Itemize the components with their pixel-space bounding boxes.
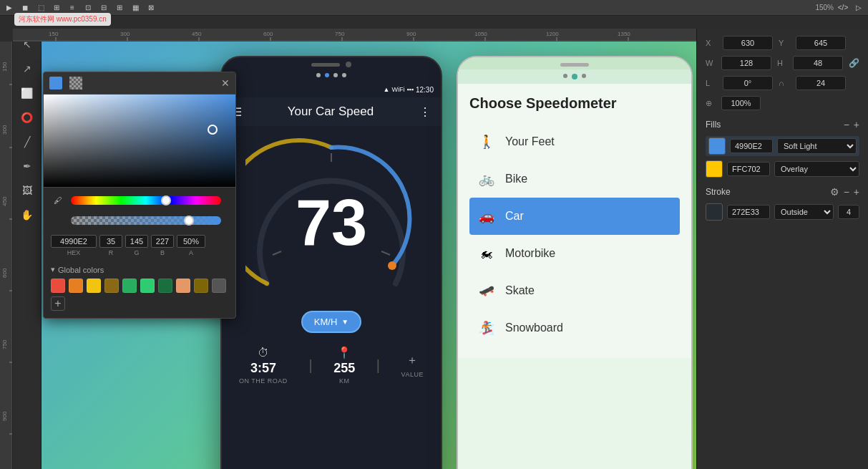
alpha-thumb[interactable] — [184, 216, 194, 226]
speedometer-item-feet[interactable]: 🚶 Your Feet — [469, 123, 680, 160]
svg-text:1350: 1350 — [618, 31, 630, 37]
stroke-color[interactable] — [706, 203, 723, 221]
toolbar-icon-8[interactable]: ⊞ — [113, 1, 126, 14]
stat-divider-1: | — [308, 357, 312, 374]
wifi-icon: WiFi — [391, 86, 404, 93]
fill-hex-1[interactable] — [730, 139, 773, 153]
rotation-input[interactable] — [723, 76, 773, 90]
more-options-icon[interactable]: ⋮ — [419, 105, 431, 119]
stroke-settings-button[interactable]: ⚙ — [830, 186, 839, 198]
phone-light-dot-3 — [582, 74, 586, 78]
speedometer: 73 — [245, 133, 417, 305]
color-square[interactable] — [49, 77, 62, 90]
g-label: G — [134, 249, 139, 256]
y-input[interactable] — [796, 36, 846, 50]
swatch-green-dark[interactable] — [122, 279, 137, 293]
fill-color-2[interactable] — [706, 160, 723, 178]
speedometer-item-car[interactable]: 🚗 Car — [469, 198, 680, 235]
code-icon[interactable]: </> — [837, 1, 849, 14]
speedometer-item-motorbike[interactable]: 🏍 Motorbike — [469, 235, 680, 272]
swatch-green[interactable] — [140, 279, 155, 293]
phone-time: 12:30 — [416, 86, 434, 94]
b-input[interactable] — [151, 235, 174, 248]
fill-mode-2[interactable]: Overlay Normal Multiply Soft Light Scree… — [774, 161, 859, 177]
toolbar-icon-10[interactable]: ⊠ — [145, 1, 157, 14]
toolbar-icon-6[interactable]: ⊡ — [82, 1, 94, 14]
xy-row: X Y — [706, 36, 859, 50]
color-gradient-picker[interactable] — [44, 95, 235, 188]
swatch-tan[interactable] — [176, 279, 190, 293]
toolbar-icon-1[interactable]: ▶ — [3, 1, 16, 14]
tool-direct-select[interactable]: ↗ — [17, 59, 37, 79]
speedometer-item-snowboard[interactable]: 🏂 Snowboard — [469, 309, 680, 347]
swatch-olive[interactable] — [194, 279, 208, 293]
eyedropper-icon[interactable]: 🖋 — [51, 193, 65, 208]
fill-mode-1[interactable]: Soft Light Normal Multiply Overlay Scree… — [777, 138, 857, 154]
plus-icon: ＋ — [406, 353, 418, 368]
tool-hand[interactable]: ✋ — [17, 205, 37, 225]
swatch-yellow[interactable] — [87, 279, 101, 293]
close-icon[interactable]: ✕ — [221, 77, 230, 89]
swatch-red[interactable] — [51, 279, 65, 293]
h-input[interactable] — [793, 56, 843, 70]
hex-input[interactable] — [51, 235, 97, 248]
x-input[interactable] — [723, 36, 773, 50]
stroke-mode-select[interactable]: Outside Inside Center — [774, 204, 834, 220]
speedometer-label-feet: Your Feet — [505, 135, 555, 148]
g-input[interactable] — [125, 235, 148, 248]
toolbar-icon-7[interactable]: ⊟ — [97, 1, 110, 14]
phone-light-nav-dots — [458, 69, 691, 84]
lock-aspect-icon[interactable]: 🔗 — [849, 58, 859, 68]
fills-add-button[interactable]: + — [854, 119, 859, 130]
stat-divider-2: | — [376, 357, 380, 374]
tool-rectangle[interactable]: ⬜ — [17, 83, 37, 103]
wh-row: W H 🔗 — [706, 56, 859, 70]
stroke-size-input[interactable] — [838, 205, 859, 219]
location-icon: 📍 — [337, 346, 351, 359]
stroke-minus-button[interactable]: − — [844, 186, 849, 198]
toolbar-icon-4[interactable]: ⊞ — [50, 1, 63, 14]
speedometer-item-bike[interactable]: 🚲 Bike — [469, 160, 680, 198]
stat-distance-label: KM — [339, 377, 350, 385]
tool-ellipse[interactable]: ⭕ — [17, 107, 37, 127]
svg-text:450: 450 — [192, 31, 202, 37]
tool-line[interactable]: ╱ — [17, 132, 37, 152]
fill-hex-2[interactable] — [727, 162, 770, 176]
swatch-forest[interactable] — [158, 279, 172, 293]
stroke-add-button[interactable]: + — [854, 186, 859, 198]
toolbar-icon-2[interactable]: ◼ — [19, 1, 31, 14]
opacity-input[interactable] — [721, 96, 761, 110]
svg-text:300: 300 — [1, 125, 8, 135]
phone-app-header: ☰ Your Car Speed ⋮ — [222, 97, 441, 126]
toolbar-icon-9[interactable]: ▦ — [129, 1, 142, 14]
toolbar-icon-5[interactable]: ≡ — [66, 1, 79, 14]
phone-nav-dots — [222, 69, 441, 82]
b-label: B — [160, 249, 165, 256]
preview-icon[interactable]: ▷ — [852, 1, 865, 14]
hue-thumb[interactable] — [161, 195, 171, 206]
corner-input[interactable] — [796, 76, 846, 90]
color-cursor[interactable] — [208, 125, 218, 135]
stroke-hex-input[interactable] — [727, 205, 770, 219]
w-input[interactable] — [721, 56, 771, 70]
r-input[interactable] — [99, 235, 122, 248]
swatch-gray[interactable] — [212, 279, 226, 293]
tool-image[interactable]: 🖼 — [17, 180, 37, 200]
alpha-input[interactable] — [177, 235, 205, 248]
skate-icon: 🛹 — [477, 281, 497, 301]
alpha-slider[interactable] — [71, 216, 221, 225]
hue-slider[interactable] — [71, 196, 221, 205]
transparency-checker[interactable] — [69, 77, 82, 90]
swatch-brown[interactable] — [104, 279, 119, 293]
swatch-orange[interactable] — [69, 279, 83, 293]
add-swatch-button[interactable]: + — [51, 296, 65, 311]
phone-status-bar: ▲ WiFi ▪▪▪ 12:30 — [222, 82, 441, 97]
fill-color-1[interactable] — [708, 137, 726, 155]
tool-pen[interactable]: ✒ — [17, 156, 37, 176]
toolbar-icon-3[interactable]: ⬚ — [34, 1, 47, 14]
unit-selector[interactable]: KM/H ▼ — [301, 311, 361, 333]
fills-minus-button[interactable]: − — [844, 119, 849, 130]
stroke-section-header: Stroke ⚙ − + — [706, 186, 859, 198]
speedometer-item-skate[interactable]: 🛹 Skate — [469, 272, 680, 309]
global-colors-section: ▾ Global colors + — [44, 261, 235, 318]
